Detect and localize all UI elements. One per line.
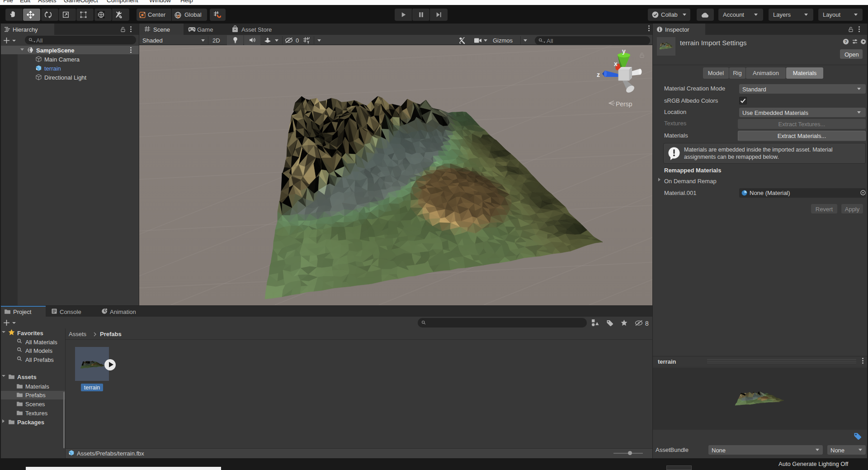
svg-text:?: ? <box>844 39 847 44</box>
svg-text:y: y <box>622 49 626 55</box>
svg-text:z: z <box>597 71 600 78</box>
svg-text:x: x <box>614 60 618 67</box>
